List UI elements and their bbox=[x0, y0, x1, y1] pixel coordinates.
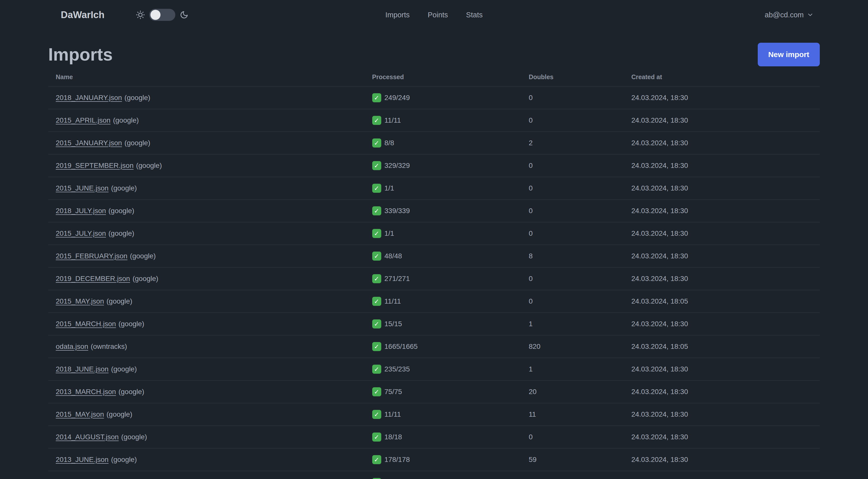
processed-count: 329/329 bbox=[384, 161, 410, 170]
nav-link-imports[interactable]: Imports bbox=[384, 8, 411, 22]
import-source: (owntracks) bbox=[91, 342, 127, 351]
import-file-link[interactable]: 2015_FEBRUARY.json bbox=[56, 252, 127, 260]
imports-table-head: Name Processed Doubles Created at bbox=[48, 69, 820, 86]
processed-cell: ✓ 1/1 bbox=[365, 177, 521, 200]
account-email: ab@cd.com bbox=[765, 11, 804, 19]
import-name-cell: 2015_JULY.json (google) bbox=[48, 222, 365, 245]
moon-icon bbox=[180, 10, 188, 19]
doubles-cell: 820 bbox=[521, 335, 624, 358]
doubles-cell: 1 bbox=[521, 312, 624, 335]
page-header: Imports New import bbox=[48, 43, 820, 66]
table-row: 2019_SEPTEMBER.json (google) ✓ 329/329 0… bbox=[48, 154, 820, 177]
table-row: 2015_MAY.json (google) ✓ 11/11 11 24.03.… bbox=[48, 403, 820, 426]
table-row: 2015_MARCH.json (google) ✓ 15/15 1 24.03… bbox=[48, 312, 820, 335]
import-name-cell: odata.json (owntracks) bbox=[48, 335, 365, 358]
created-at-cell: 24.03.2024, 18:30 bbox=[624, 381, 820, 403]
theme-toggle[interactable] bbox=[136, 9, 188, 21]
created-at-cell: 24.03.2024, 18:30 bbox=[624, 222, 820, 245]
doubles-cell: 0 bbox=[521, 86, 624, 109]
doubles-cell: 2 bbox=[521, 132, 624, 154]
import-file-link[interactable]: 2019_DECEMBER.json bbox=[56, 275, 130, 283]
doubles-cell bbox=[521, 471, 624, 479]
created-at-cell: 24.03.2024, 18:30 bbox=[624, 358, 820, 381]
check-icon: ✓ bbox=[372, 478, 381, 479]
table-row: 2015_JULY.json (google) ✓ 1/1 0 24.03.20… bbox=[48, 222, 820, 245]
import-name-cell: 2019_SEPTEMBER.json (google) bbox=[48, 154, 365, 177]
import-file-link[interactable]: 2015_MAY.json bbox=[56, 297, 104, 305]
nav-link-stats[interactable]: Stats bbox=[465, 8, 484, 22]
created-at-cell: 24.03.2024, 18:30 bbox=[624, 426, 820, 448]
import-source: (google) bbox=[108, 230, 134, 238]
top-navbar: DaWarIch Imports Point bbox=[0, 0, 868, 30]
doubles-cell: 1 bbox=[521, 358, 624, 381]
processed-cell: ✓ 329/329 bbox=[365, 154, 521, 177]
import-source: (google) bbox=[130, 252, 156, 260]
doubles-cell: 59 bbox=[521, 448, 624, 471]
import-file-link[interactable]: 2015_MARCH.json bbox=[56, 320, 116, 328]
column-header-created-at: Created at bbox=[624, 69, 820, 86]
navbar-left: DaWarIch bbox=[54, 7, 384, 23]
table-row: 2015_FEBRUARY.json (google) ✓ 48/48 8 24… bbox=[48, 245, 820, 267]
processed-count: 1/1 bbox=[384, 184, 394, 192]
import-file-link[interactable]: 2015_APRIL.json bbox=[56, 116, 111, 124]
imports-table: Name Processed Doubles Created at 2018_J… bbox=[48, 69, 820, 479]
import-file-link[interactable]: 2015_JULY.json bbox=[56, 230, 106, 238]
check-icon: ✓ bbox=[372, 116, 381, 125]
processed-count: 11/11 bbox=[384, 297, 401, 305]
column-header-doubles: Doubles bbox=[521, 69, 624, 86]
import-file-link[interactable]: 2018_JULY.json bbox=[56, 207, 106, 215]
doubles-cell: 20 bbox=[521, 381, 624, 403]
import-file-link[interactable]: odata.json bbox=[56, 342, 88, 351]
navbar-right: ab@cd.com bbox=[484, 11, 814, 19]
created-at-cell: 24.03.2024, 18:30 bbox=[624, 245, 820, 267]
import-file-link[interactable]: 2013_JUNE.json bbox=[56, 456, 108, 464]
processed-count: 48/48 bbox=[384, 252, 402, 260]
new-import-button[interactable]: New import bbox=[758, 43, 820, 66]
import-source: (google) bbox=[111, 456, 137, 464]
processed-cell: ✓ 11/11 bbox=[365, 290, 521, 312]
created-at-cell: 24.03.2024, 18:30 bbox=[624, 200, 820, 222]
processed-cell: ✓ 235/235 bbox=[365, 358, 521, 381]
import-file-link[interactable]: 2015_JANUARY.json bbox=[56, 139, 122, 147]
processed-cell: ✓ 339/339 bbox=[365, 200, 521, 222]
import-name-cell: 2015_MAY.json (google) bbox=[48, 403, 365, 426]
processed-count: 18/18 bbox=[384, 433, 402, 441]
column-header-processed: Processed bbox=[365, 69, 521, 86]
import-file-link[interactable]: 2014_AUGUST.json bbox=[56, 433, 119, 441]
account-menu[interactable]: ab@cd.com bbox=[765, 11, 814, 19]
import-file-link[interactable]: 2018_JUNE.json bbox=[56, 365, 108, 373]
import-file-link[interactable]: 2018_JANUARY.json bbox=[56, 94, 122, 102]
processed-count: 11/11 bbox=[384, 116, 401, 124]
import-name-cell: 2018_JANUARY.json (google) bbox=[48, 86, 365, 109]
import-file-link[interactable]: 2013_MARCH.json bbox=[56, 388, 116, 396]
import-file-link[interactable]: 2015_JUNE.json bbox=[56, 184, 108, 192]
created-at-cell: 24.03.2024, 18:30 bbox=[624, 403, 820, 426]
import-source: (google) bbox=[106, 297, 132, 305]
import-file-link[interactable]: 2019_SEPTEMBER.json bbox=[56, 161, 134, 170]
check-icon: ✓ bbox=[372, 432, 381, 442]
import-source: (google) bbox=[108, 207, 134, 215]
table-row: 2015_APRIL.json (google) ✓ 11/11 0 24.03… bbox=[48, 109, 820, 132]
table-row: 2015_MAY.json (google) ✓ 11/11 0 24.03.2… bbox=[48, 290, 820, 312]
imports-page: Imports New import Name Processed Double… bbox=[0, 43, 868, 479]
app-logo[interactable]: DaWarIch bbox=[54, 7, 111, 23]
import-source: (google) bbox=[119, 320, 145, 328]
import-name-cell: 2015_JUNE.json (google) bbox=[48, 177, 365, 200]
import-source: (google) bbox=[113, 116, 139, 124]
theme-toggle-switch[interactable] bbox=[149, 9, 175, 21]
import-source: (google) bbox=[125, 94, 150, 102]
processed-count: 178/178 bbox=[384, 456, 410, 464]
table-row: 2018_JUNE.json (google) ✓ 235/235 1 24.0… bbox=[48, 358, 820, 381]
import-name-cell bbox=[48, 471, 365, 479]
sun-icon bbox=[136, 10, 145, 19]
doubles-cell: 0 bbox=[521, 154, 624, 177]
created-at-cell: 24.03.2024, 18:30 bbox=[624, 154, 820, 177]
import-file-link[interactable]: 2015_MAY.json bbox=[56, 410, 104, 418]
nav-link-points[interactable]: Points bbox=[427, 8, 449, 22]
created-at-cell: 24.03.2024, 18:30 bbox=[624, 177, 820, 200]
processed-cell: ✓ 48/48 bbox=[365, 245, 521, 267]
processed-count: 249/249 bbox=[384, 94, 410, 102]
import-name-cell: 2015_APRIL.json (google) bbox=[48, 109, 365, 132]
import-name-cell: 2015_FEBRUARY.json (google) bbox=[48, 245, 365, 267]
created-at-cell: 24.03.2024, 18:30 bbox=[624, 312, 820, 335]
